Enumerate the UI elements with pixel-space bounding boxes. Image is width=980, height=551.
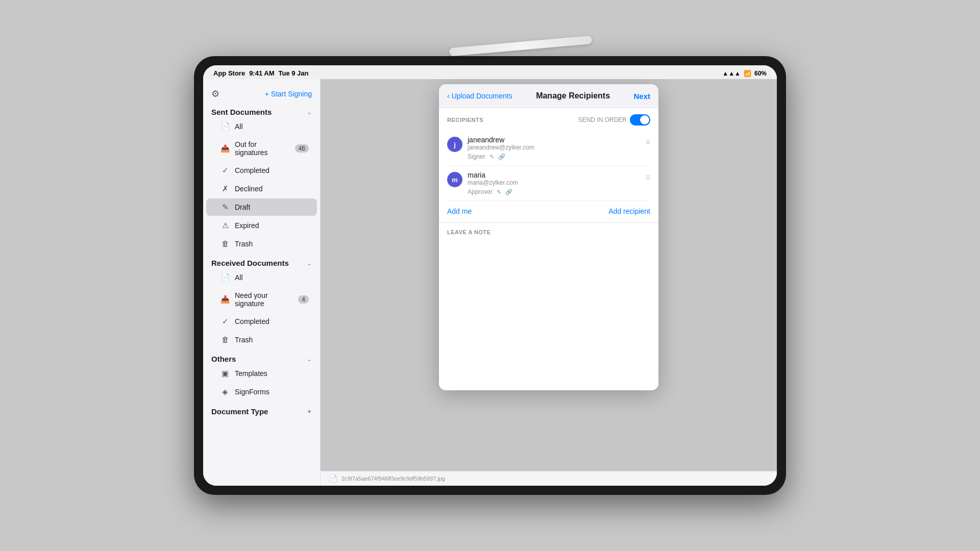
need-signature-icon: 📥 [220, 295, 230, 304]
modal-overlay: ‹ Upload Documents Manage Recipients Nex… [321, 79, 777, 486]
leave-note-label: LEAVE A NOTE [447, 229, 650, 235]
sidebar-item-templates[interactable]: ▣ Templates [206, 365, 317, 382]
send-in-order-row: SEND IN ORDER [578, 114, 650, 126]
document-type-icon[interactable]: ✦ [307, 408, 312, 415]
sidebar-item-label: Trash [235, 336, 309, 344]
sidebar-item-sent-trash[interactable]: 🗑 Trash [206, 235, 317, 252]
ipad-frame: App Store 9:41 AM Tue 9 Jan ▲▲▲ 📶 60% ⚙ … [194, 56, 786, 495]
sidebar-item-label: All [235, 122, 309, 131]
status-bar: App Store 9:41 AM Tue 9 Jan ▲▲▲ 📶 60% [203, 65, 777, 79]
recipient-menu-icon[interactable]: ≡ [646, 173, 650, 182]
status-time: 9:41 AM [249, 69, 274, 77]
status-right: ▲▲▲ 📶 60% [722, 70, 767, 77]
signforms-icon: ◈ [220, 387, 230, 396]
completed-icon: ✓ [220, 317, 230, 326]
received-documents-title: Received Documents [211, 259, 289, 267]
sent-documents-title: Sent Documents [211, 108, 272, 116]
recipient-avatar: m [447, 172, 462, 187]
upload-documents-back-button[interactable]: ‹ Upload Documents [447, 92, 512, 100]
recipients-header: RECIPIENTS SEND IN ORDER [447, 114, 650, 126]
add-recipient-button[interactable]: Add recipient [608, 207, 650, 215]
sidebar-item-label: Completed [235, 317, 309, 325]
leave-note-section: LEAVE A NOTE [439, 222, 658, 390]
others-section-header: Others ⌄ [203, 353, 320, 364]
recipient-item: j janeandrew janeandrew@zylker.com Signe… [447, 131, 650, 166]
trash-icon: 🗑 [220, 239, 230, 248]
file-label: 2c9f7a5ae674f946ff3ee9c9df59b5997.jpg [341, 475, 445, 482]
signal-icon: ▲▲▲ [722, 70, 741, 77]
next-button[interactable]: Next [633, 92, 650, 101]
manage-recipients-modal: ‹ Upload Documents Manage Recipients Nex… [439, 84, 658, 390]
trash-icon: 🗑 [220, 335, 230, 344]
bottom-bar: 📄 2c9f7a5ae674f946ff3ee9c9df59b5997.jpg [321, 471, 777, 486]
sidebar-item-label: Draft [235, 203, 309, 211]
ipad-screen: App Store 9:41 AM Tue 9 Jan ▲▲▲ 📶 60% ⚙ … [203, 65, 777, 486]
sidebar-item-label: Completed [235, 166, 309, 174]
edit-icon[interactable]: ✎ [497, 189, 501, 195]
add-row: Add me Add recipient [447, 201, 650, 222]
start-signing-button[interactable]: + Start Signing [265, 90, 312, 98]
recipient-name: maria [468, 171, 641, 179]
recipient-info: janeandrew janeandrew@zylker.com Signer … [468, 136, 641, 160]
sidebar-item-label: Expired [235, 221, 309, 230]
file-icon: 📄 [329, 474, 337, 483]
sidebar-item-received-trash[interactable]: 🗑 Trash [206, 331, 317, 348]
templates-icon: ▣ [220, 369, 230, 378]
sent-documents-section-header: Sent Documents ⌄ [203, 106, 320, 117]
out-signatures-badge: 46 [295, 144, 309, 153]
link-icon[interactable]: 🔗 [498, 154, 505, 160]
edit-icon[interactable]: ✎ [489, 154, 494, 160]
recipient-role-row: Approver ✎ 🔗 [468, 188, 641, 195]
wifi-icon: 📶 [744, 70, 751, 77]
sidebar-item-out-for-signatures[interactable]: 📤 Out for signatures 46 [206, 136, 317, 161]
add-me-button[interactable]: Add me [447, 207, 472, 215]
note-input[interactable] [447, 239, 650, 382]
start-signing-label: + Start Signing [265, 90, 312, 98]
recipient-menu-icon[interactable]: ≡ [646, 138, 650, 147]
sidebar-item-label: Declined [235, 185, 309, 193]
document-type-section-header: Document Type ✦ [203, 405, 320, 417]
expired-icon: ⚠ [220, 221, 230, 230]
modal-body: RECIPIENTS SEND IN ORDER [439, 108, 658, 390]
send-in-order-label: SEND IN ORDER [578, 116, 627, 123]
sidebar-item-signforms[interactable]: ◈ SignForms [206, 383, 317, 400]
recipient-role: Approver [468, 188, 493, 195]
back-chevron-icon: ‹ [447, 92, 450, 100]
modal-title: Manage Recipients [536, 91, 610, 101]
draft-icon: ✎ [220, 203, 230, 212]
recipients-label: RECIPIENTS [447, 117, 483, 123]
sidebar-header: ⚙ + Start Signing [203, 84, 320, 106]
sidebar-item-label: All [235, 273, 309, 282]
received-documents-chevron[interactable]: ⌄ [307, 260, 312, 267]
sidebar-item-declined[interactable]: ✗ Declined [206, 180, 317, 197]
sidebar-item-label: Need your signature [235, 291, 293, 308]
sidebar-item-sent-all[interactable]: 📄 All [206, 118, 317, 135]
back-button-label: Upload Documents [452, 92, 512, 100]
gear-icon[interactable]: ⚙ [211, 88, 219, 99]
toggle-knob [640, 115, 649, 124]
recipient-avatar: j [447, 137, 462, 152]
sidebar-item-received-all[interactable]: 📄 All [206, 269, 317, 286]
need-signature-badge: 4 [298, 295, 309, 304]
send-in-order-toggle[interactable] [630, 114, 650, 126]
status-left: App Store 9:41 AM Tue 9 Jan [213, 69, 309, 77]
recipient-email: maria@zylker.com [468, 179, 641, 186]
sidebar-item-label: SignForms [235, 388, 309, 396]
sidebar-item-label: Trash [235, 240, 309, 248]
recipient-email: janeandrew@zylker.com [468, 144, 641, 151]
link-icon[interactable]: 🔗 [505, 189, 512, 195]
out-signatures-icon: 📤 [220, 144, 230, 153]
recipient-role-row: Signer ✎ 🔗 [468, 153, 641, 160]
sent-documents-chevron[interactable]: ⌄ [307, 109, 312, 116]
sidebar-item-need-signature[interactable]: 📥 Need your signature 4 [206, 287, 317, 312]
sidebar-item-sent-completed[interactable]: ✓ Completed [206, 162, 317, 179]
main-content: ‹ Upload Documents Manage Recipients Nex… [321, 79, 777, 486]
sidebar-item-received-completed[interactable]: ✓ Completed [206, 313, 317, 330]
sidebar-item-draft[interactable]: ✎ Draft [206, 198, 317, 216]
completed-icon: ✓ [220, 166, 230, 175]
sidebar-item-expired[interactable]: ⚠ Expired [206, 217, 317, 234]
received-documents-section-header: Received Documents ⌄ [203, 257, 320, 268]
others-chevron[interactable]: ⌄ [307, 356, 312, 363]
app-area: ⚙ + Start Signing Sent Documents ⌄ 📄 All… [203, 79, 777, 486]
recipient-info: maria maria@zylker.com Approver ✎ 🔗 [468, 171, 641, 195]
